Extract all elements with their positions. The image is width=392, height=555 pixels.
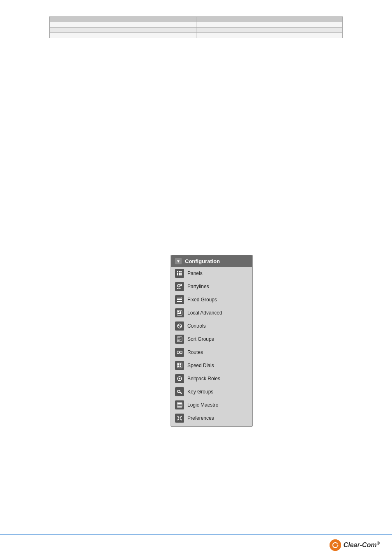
svg-rect-48 [178,405,182,405]
menu-item-controls-label: Controls [187,323,206,329]
table-cell [196,33,343,38]
config-menu-header: ▼ Configuration [171,255,252,267]
svg-rect-27 [178,340,180,341]
svg-rect-33 [178,363,179,365]
menu-item-fixed-groups-label: Fixed Groups [187,297,217,303]
logo-registered: ® [377,541,380,546]
menu-item-speed-dials-label: Speed Dials [187,363,214,368]
menu-item-key-groups-label: Key Groups [187,389,213,395]
controls-icon [175,321,184,331]
table-cell [50,28,196,33]
menu-item-beltpack-roles-label: Beltpack Roles [187,376,220,382]
panels-icon [175,269,184,278]
svg-rect-17 [180,311,181,312]
menu-item-panels[interactable]: Panels [171,267,252,280]
preferences-icon [175,414,184,423]
menu-item-sort-groups[interactable]: Sort Groups [171,333,252,346]
menu-item-routes[interactable]: Routes [171,346,252,359]
svg-rect-3 [177,273,178,274]
menu-item-logic-maestro[interactable]: Logic Maestro [171,398,252,412]
svg-point-52 [179,417,180,419]
routes-icon [175,348,184,357]
keygroups-icon [175,387,184,396]
menu-item-sort-groups-label: Sort Groups [187,336,214,342]
top-table [49,16,343,38]
svg-rect-12 [177,299,182,300]
svg-rect-25 [178,338,180,338]
svg-rect-19 [180,312,181,313]
svg-line-23 [179,325,180,327]
menu-item-local-advanced-label: Local Advanced [187,310,222,316]
menu-item-preferences[interactable]: Preferences [171,412,252,425]
svg-rect-4 [179,273,180,274]
svg-rect-47 [178,403,182,404]
menu-item-partylines-label: Partylines [187,284,209,289]
svg-point-54 [337,545,338,546]
svg-rect-28 [177,351,179,354]
table-row [50,28,343,33]
speeddials-icon [175,361,184,370]
svg-rect-2 [180,271,182,272]
table-cell [50,22,196,28]
svg-rect-36 [180,365,181,367]
table-cell [50,33,196,38]
svg-rect-34 [180,363,181,365]
localadv-icon [175,308,184,317]
svg-point-53 [330,539,341,551]
clearcom-logo-icon [330,539,341,551]
svg-rect-49 [178,406,182,407]
svg-point-38 [179,378,180,379]
table-row [50,22,343,28]
table-cell [196,22,343,28]
table-row [50,33,343,38]
clearcom-logo-text: Clear-Com® [344,541,380,549]
menu-item-key-groups[interactable]: Key Groups [171,385,252,398]
menu-item-controls[interactable]: Controls [171,319,252,333]
menu-item-panels-label: Panels [187,271,203,276]
logicmaestro-icon [175,400,184,409]
dropdown-arrow-icon[interactable]: ▼ [175,258,182,264]
menu-item-speed-dials[interactable]: Speed Dials [171,359,252,372]
menu-item-preferences-label: Preferences [187,415,214,421]
config-menu: ▼ Configuration Panels Partylines [171,255,253,427]
menu-item-beltpack-roles[interactable]: Beltpack Roles [171,372,252,385]
svg-rect-13 [177,301,182,302]
svg-rect-0 [177,271,178,272]
footer: Clear-Com® [0,534,392,555]
svg-rect-6 [177,274,178,275]
clearcom-logo: Clear-Com® [330,539,380,551]
svg-point-10 [180,284,182,286]
svg-rect-26 [178,339,181,340]
menu-item-local-advanced[interactable]: Local Advanced [171,306,252,319]
partylines-icon [175,282,184,291]
table-header-col2 [196,17,343,22]
svg-point-9 [178,284,180,287]
table-header-col1 [50,17,196,22]
svg-rect-16 [178,311,179,312]
table-cell [196,28,343,33]
menu-item-logic-maestro-label: Logic Maestro [187,402,218,408]
svg-rect-8 [180,274,182,275]
beltpack-icon [175,374,184,383]
fixedgroups-icon [175,295,184,304]
menu-item-routes-label: Routes [187,349,203,355]
sortgroups-icon [175,335,184,344]
config-menu-title: Configuration [185,258,220,264]
menu-item-fixed-groups[interactable]: Fixed Groups [171,293,252,306]
menu-item-partylines[interactable]: Partylines [171,280,252,293]
svg-rect-5 [180,273,182,274]
svg-rect-35 [178,365,179,367]
svg-rect-18 [178,313,181,314]
svg-rect-1 [179,271,180,272]
svg-rect-7 [179,274,180,275]
